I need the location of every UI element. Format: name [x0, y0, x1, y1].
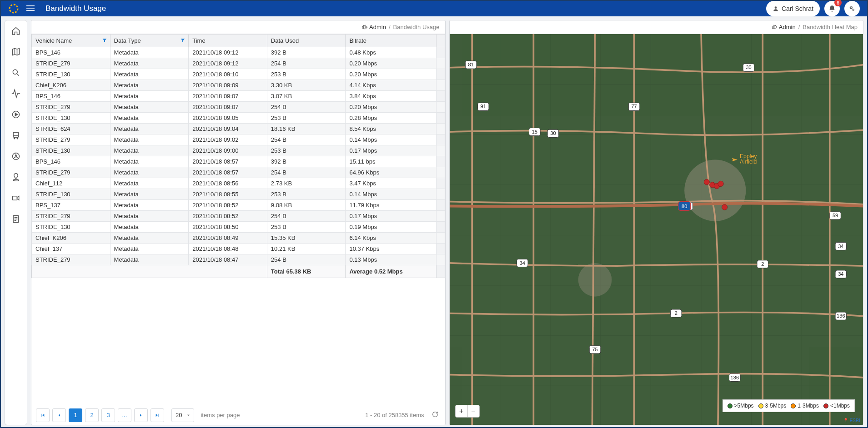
col-vehicle[interactable]: Vehicle Name — [32, 35, 110, 47]
user-menu-button[interactable]: Carl Schrat — [766, 1, 820, 16]
table-row[interactable]: STRIDE_130Metadata2021/10/18 09:00253 B0… — [32, 145, 445, 156]
svg-text:30: 30 — [550, 130, 556, 136]
svg-text:59: 59 — [832, 213, 838, 218]
pager-page-button[interactable]: 3 — [101, 408, 115, 422]
table-row[interactable]: STRIDE_624Metadata2021/10/18 09:0418.16 … — [32, 124, 445, 134]
pager-page-button[interactable]: 1 — [69, 408, 82, 422]
zoom-in-button[interactable]: + — [456, 405, 467, 417]
table-row[interactable]: STRIDE_130Metadata2021/10/18 08:50253 B0… — [32, 222, 445, 233]
table-row[interactable]: STRIDE_279Metadata2021/10/18 09:02254 B0… — [32, 134, 445, 145]
notifications-button[interactable]: 6 — [824, 1, 840, 16]
table-row[interactable]: Chief_K206Metadata2021/10/18 08:4915.35 … — [32, 233, 445, 244]
nav-reports[interactable] — [11, 214, 21, 224]
table-row[interactable]: BPS_146Metadata2021/10/18 09:073.07 KB3.… — [32, 91, 445, 102]
table-row[interactable]: BPS_146Metadata2021/10/18 08:57392 B15.1… — [32, 156, 445, 167]
nav-camera[interactable] — [11, 193, 21, 203]
filter-icon[interactable] — [180, 37, 186, 44]
nav-activity[interactable] — [11, 89, 21, 99]
breadcrumb-admin-link[interactable]: Admin — [361, 24, 386, 30]
pager-page-button[interactable]: 2 — [85, 408, 99, 422]
col-datatype[interactable]: Data Type — [110, 35, 189, 47]
map-canvas[interactable]: 81911530307780593434234275136136 Eppley … — [450, 34, 863, 425]
svg-rect-15 — [13, 196, 17, 200]
cell-time: 2021/10/18 09:12 — [189, 58, 267, 69]
table-row[interactable]: BPS_137Metadata2021/10/18 08:529.08 KB11… — [32, 200, 445, 211]
cell-time: 2021/10/18 09:04 — [189, 124, 267, 134]
cell-vehicle: BPS_146 — [32, 91, 110, 102]
page-size-select[interactable]: 20 — [171, 408, 194, 422]
table-row[interactable]: Chief_112Metadata2021/10/18 08:562.73 KB… — [32, 178, 445, 189]
table-row[interactable]: STRIDE_279Metadata2021/10/18 08:57254 B6… — [32, 167, 445, 178]
refresh-button[interactable] — [431, 411, 441, 420]
table-row[interactable]: STRIDE_279Metadata2021/10/18 09:12254 B0… — [32, 58, 445, 69]
cell-bitrate: 4.14 Kbps — [346, 80, 437, 91]
table-row[interactable]: STRIDE_130Metadata2021/10/18 08:55253 B0… — [32, 189, 445, 200]
footer-total: Total 65.38 KB — [267, 265, 346, 278]
svg-rect-2 — [26, 8, 35, 9]
cell-vehicle: STRIDE_279 — [32, 102, 110, 113]
cell-dataused: 10.21 KB — [267, 244, 346, 254]
cell-vehicle: STRIDE_279 — [32, 134, 110, 145]
zoom-out-button[interactable]: − — [467, 405, 479, 417]
cell-vehicle: BPS_137 — [32, 200, 110, 211]
col-dataused[interactable]: Data Used — [267, 35, 346, 47]
pager-last-button[interactable] — [151, 408, 164, 422]
cell-bitrate: 0.17 Mbps — [346, 211, 437, 222]
cell-vehicle: STRIDE_279 — [32, 58, 110, 69]
cell-time: 2021/10/18 08:48 — [189, 244, 267, 254]
pager-prev-button[interactable] — [52, 408, 66, 422]
gear-icon — [771, 24, 777, 30]
svg-text:34: 34 — [519, 260, 525, 266]
svg-text:34: 34 — [838, 244, 843, 249]
table-row[interactable]: STRIDE_279Metadata2021/10/18 08:52254 B0… — [32, 211, 445, 222]
nav-home[interactable] — [11, 26, 21, 36]
nav-driving[interactable] — [11, 151, 21, 161]
pager-page-button[interactable]: ... — [118, 408, 131, 422]
user-icon — [773, 5, 779, 12]
cell-vehicle: STRIDE_130 — [32, 113, 110, 124]
pager-next-button[interactable] — [134, 408, 148, 422]
cell-bitrate: 0.13 Mbps — [346, 254, 437, 265]
menu-toggle-button[interactable] — [26, 4, 35, 14]
cell-time: 2021/10/18 08:52 — [189, 200, 267, 211]
cell-dataused: 253 B — [267, 69, 346, 80]
svg-text:Airfield: Airfield — [739, 159, 757, 165]
breadcrumb-admin-link[interactable]: Admin — [771, 24, 796, 30]
cell-time: 2021/10/18 09:00 — [189, 145, 267, 156]
svg-text:136: 136 — [730, 375, 738, 380]
cell-time: 2021/10/18 09:07 — [189, 91, 267, 102]
nav-vehicles[interactable] — [11, 130, 21, 140]
heat-map-panel: Admin / Bandwidth Heat Map — [449, 20, 864, 425]
footer-average: Average 0.52 Mbps — [346, 265, 437, 278]
svg-point-58 — [722, 204, 727, 210]
table-row[interactable]: STRIDE_130Metadata2021/10/18 09:05253 B0… — [32, 113, 445, 124]
cell-bitrate: 10.37 Kbps — [346, 244, 437, 254]
nav-map[interactable] — [11, 47, 21, 57]
cell-dataused: 253 B — [267, 113, 346, 124]
panel-breadcrumb: Admin / Bandwidth Heat Map — [450, 20, 863, 34]
cell-bitrate: 64.96 Kbps — [346, 167, 437, 178]
cell-time: 2021/10/18 09:09 — [189, 80, 267, 91]
nav-location[interactable] — [11, 172, 21, 182]
svg-text:15: 15 — [532, 129, 537, 134]
nav-playback[interactable] — [11, 109, 21, 119]
svg-point-13 — [15, 155, 16, 157]
map-attribution[interactable]: 📍 ESRI — [843, 418, 860, 423]
filter-icon[interactable] — [102, 37, 107, 44]
svg-rect-1 — [26, 5, 35, 6]
table-row[interactable]: STRIDE_279Metadata2021/10/18 08:47254 B0… — [32, 254, 445, 265]
table-row[interactable]: Chief_K206Metadata2021/10/18 09:093.30 K… — [32, 80, 445, 91]
nav-search[interactable] — [11, 68, 21, 78]
cell-vehicle: Chief_K206 — [32, 233, 110, 244]
cell-bitrate: 0.19 Mbps — [346, 222, 437, 233]
col-time[interactable]: Time — [189, 35, 267, 47]
table-row[interactable]: STRIDE_279Metadata2021/10/18 09:07254 B0… — [32, 102, 445, 113]
table-row[interactable]: BPS_146Metadata2021/10/18 09:12392 B0.48… — [32, 47, 445, 58]
table-row[interactable]: STRIDE_130Metadata2021/10/18 09:10253 B0… — [32, 69, 445, 80]
pager-first-button[interactable] — [36, 408, 50, 422]
cell-dataused: 253 B — [267, 222, 346, 233]
settings-button[interactable] — [844, 1, 860, 16]
cell-datatype: Metadata — [110, 211, 189, 222]
table-row[interactable]: Chief_137Metadata2021/10/18 08:4810.21 K… — [32, 244, 445, 254]
col-bitrate[interactable]: Bitrate — [346, 35, 437, 47]
